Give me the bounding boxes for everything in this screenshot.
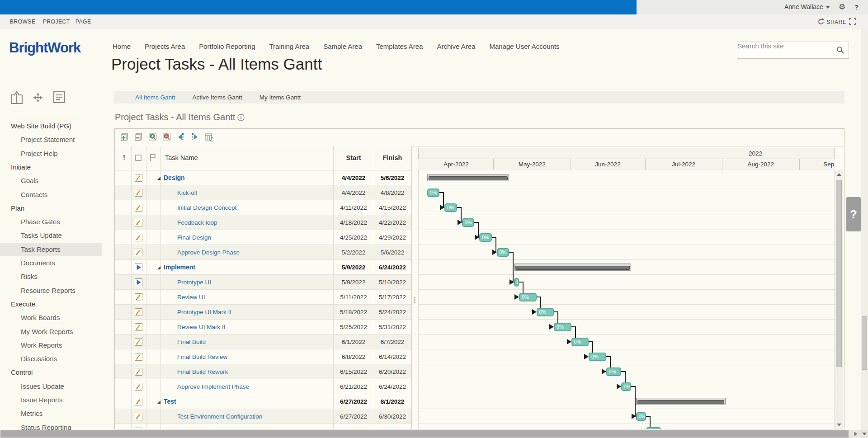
sidebar-item-documents[interactable]: Documents <box>0 256 102 270</box>
sidebar-item-project-statement[interactable]: Project Statement <box>0 133 102 146</box>
task-name-link[interactable]: Test <box>164 398 176 405</box>
open-item-button[interactable] <box>135 264 142 271</box>
task-bar[interactable]: 0% <box>589 353 606 361</box>
search-icon[interactable] <box>836 46 844 54</box>
settings-gear-icon[interactable]: ⚙ <box>839 2 845 12</box>
scroll-right-icon[interactable] <box>854 432 857 436</box>
table-row[interactable]: Implement5/9/20226/24/2022 <box>115 260 411 275</box>
edit-item-button[interactable] <box>135 353 142 361</box>
summary-task-bar[interactable] <box>514 264 631 271</box>
focus-mode-button[interactable] <box>849 18 856 27</box>
table-row[interactable]: Design4/4/20225/6/2022 <box>115 170 411 185</box>
task-name-link[interactable]: Prototype UI <box>177 279 211 286</box>
view-tab-all-items-gantt[interactable]: All Items Gantt <box>135 94 175 101</box>
expand-all-button[interactable] <box>120 132 130 142</box>
nav-item-home[interactable]: Home <box>113 42 131 50</box>
table-row[interactable]: Review UI5/11/20225/17/2022 <box>115 290 411 305</box>
edit-item-button[interactable] <box>135 413 142 420</box>
task-bar[interactable]: 0% <box>554 323 571 331</box>
view-tab-active-items-gantt[interactable]: Active Items Gantt <box>193 94 242 101</box>
sidebar-item-resource-reports[interactable]: Resource Reports <box>0 284 102 297</box>
sidebar-item-discussions[interactable]: Discussions <box>0 352 102 366</box>
task-bar[interactable]: 0% <box>621 382 631 391</box>
suite-help-icon[interactable]: ? <box>854 3 859 11</box>
table-row[interactable]: Prototype UI Mark II5/18/20225/24/2022 <box>115 305 411 320</box>
table-row[interactable]: Prototype UI5/9/20225/10/2022 <box>115 275 411 290</box>
task-bar[interactable]: 0% <box>537 308 554 316</box>
edit-item-button[interactable] <box>135 323 142 331</box>
table-row[interactable]: Final Build Review6/8/20226/14/2022 <box>115 349 411 364</box>
zoom-out-button[interactable] <box>162 132 172 142</box>
task-name-link[interactable]: Design <box>164 174 185 181</box>
task-name-link[interactable]: Review UI <box>177 294 205 301</box>
summary-task-bar[interactable] <box>636 398 726 405</box>
publish-project-button[interactable] <box>10 90 24 107</box>
help-tab[interactable]: ? <box>846 197 861 231</box>
column-header-alert[interactable]: ! <box>123 154 125 161</box>
info-icon[interactable] <box>237 114 245 121</box>
edit-item-button[interactable] <box>135 189 142 197</box>
table-row[interactable]: Test Environment Configuration6/27/20226… <box>115 409 411 424</box>
sidebar-item-tasks-update[interactable]: Tasks Update <box>0 229 102 242</box>
edit-item-button[interactable] <box>135 308 142 316</box>
edit-item-button[interactable] <box>135 383 142 391</box>
task-name-link[interactable]: Final Design <box>177 234 211 241</box>
edit-item-button[interactable] <box>135 398 142 405</box>
sidebar-item-phase-gates[interactable]: Phase Gates <box>0 215 102 229</box>
column-header-finish[interactable]: Finish <box>383 154 402 161</box>
edit-item-button[interactable] <box>135 368 142 376</box>
task-bar[interactable]: 0% <box>646 427 661 429</box>
scroll-to-previous-task-button[interactable] <box>176 132 186 142</box>
task-bar[interactable]: 0% <box>444 203 457 212</box>
task-name-link[interactable]: Initial Design Concept <box>177 204 236 211</box>
table-row[interactable]: Final Design4/25/20224/29/2022 <box>115 230 411 245</box>
ribbon-tab-page[interactable]: PAGE <box>75 19 91 25</box>
table-row[interactable]: Approve Implement Phase6/21/20226/24/202… <box>115 379 411 394</box>
task-name-link[interactable]: Kick-off <box>177 189 198 196</box>
sidebar-item-risks[interactable]: Risks <box>0 270 102 283</box>
gantt-scrollbar-thumb[interactable] <box>836 180 842 367</box>
ribbon-tab-browse[interactable]: BROWSE <box>10 19 35 25</box>
edit-item-button[interactable] <box>135 249 142 256</box>
task-name-link[interactable]: Review UI Mark II <box>177 324 226 330</box>
flag-column-icon[interactable] <box>150 154 156 161</box>
scroll-to-next-task-button[interactable] <box>190 132 200 142</box>
splitter-handle[interactable] <box>413 296 416 308</box>
table-row[interactable]: Test6/27/20228/1/2022 <box>115 394 411 409</box>
page-horizontal-scrollbar[interactable] <box>0 430 861 438</box>
task-name-link[interactable]: Prototype UI Mark II <box>177 309 231 316</box>
table-row[interactable]: Kick-off4/4/20224/8/2022 <box>115 185 411 200</box>
sidebar-item-my-work-reports[interactable]: My Work Reports <box>0 325 102 339</box>
gantt-vertical-scrollbar[interactable] <box>835 170 843 429</box>
nav-item-projects-area[interactable]: Projects Area <box>145 42 185 50</box>
nav-item-archive-area[interactable]: Archive Area <box>437 42 475 50</box>
zoom-in-button[interactable] <box>148 132 158 142</box>
edit-item-button[interactable] <box>135 234 142 241</box>
open-item-button[interactable] <box>135 278 142 286</box>
move-reorder-button[interactable] <box>31 90 45 107</box>
page-vertical-scrollbar[interactable] <box>861 28 868 430</box>
table-row[interactable]: Approve Design Phase5/2/20225/6/2022 <box>115 245 411 260</box>
sidebar-item-issues-update[interactable]: Issues Update <box>0 380 102 393</box>
refresh-gantt-button[interactable] <box>204 132 214 142</box>
scroll-up-icon[interactable] <box>837 173 841 176</box>
sidebar-item-execute[interactable]: Execute <box>0 297 102 311</box>
sidebar-item-contacts[interactable]: Contacts <box>0 188 102 202</box>
edit-item-button[interactable] <box>135 204 142 212</box>
edit-item-button[interactable] <box>135 174 142 182</box>
sidebar-item-plan[interactable]: Plan <box>0 202 102 215</box>
sidebar-item-initiate[interactable]: Initiate <box>0 160 102 174</box>
column-header-task-name[interactable]: Task Name <box>165 154 198 161</box>
sidebar-item-web-site-build-pg-[interactable]: Web Site Build (PG) <box>0 119 102 133</box>
task-name-link[interactable]: Feedback loop <box>177 219 217 226</box>
task-bar[interactable]: 0% <box>462 218 475 227</box>
nav-item-manage-user-accounts[interactable]: Manage User Accounts <box>489 42 559 50</box>
edit-item-button[interactable] <box>135 293 142 301</box>
table-row[interactable]: Feedback loop4/18/20224/22/2022 <box>115 215 411 230</box>
brightwork-logo[interactable]: BrightWork <box>9 40 80 56</box>
task-name-link[interactable]: Final Build Review <box>177 353 227 360</box>
task-name-link[interactable]: Approve Implement Phase <box>177 383 249 390</box>
task-name-link[interactable]: End User Review <box>177 428 224 429</box>
user-menu[interactable]: Anne Wallace <box>784 3 830 10</box>
sidebar-item-work-reports[interactable]: Work Reports <box>0 339 102 352</box>
